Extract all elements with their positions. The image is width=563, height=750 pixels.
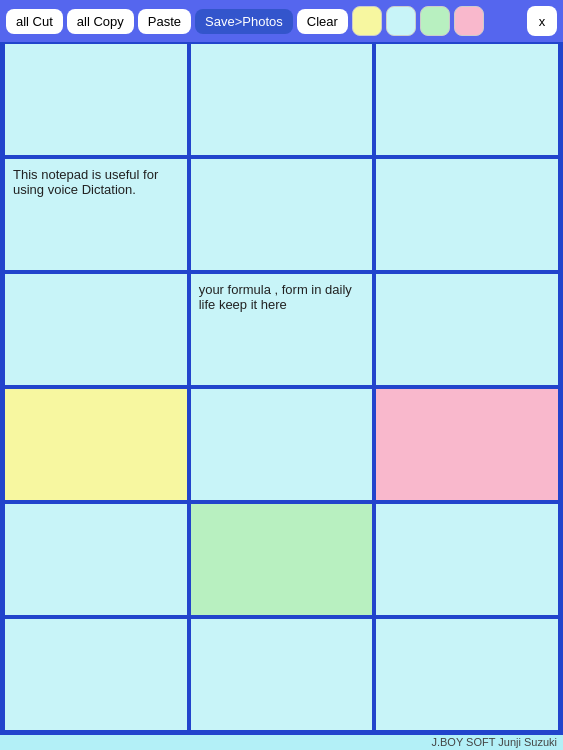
cell-r5c1[interactable] bbox=[189, 617, 375, 732]
note-grid: This notepad is useful for using voice D… bbox=[0, 42, 563, 735]
cell-r3c1[interactable] bbox=[189, 387, 375, 502]
cell-r2c2[interactable] bbox=[374, 272, 560, 387]
paste-button[interactable]: Paste bbox=[138, 9, 191, 34]
pink-swatch[interactable] bbox=[454, 6, 484, 36]
toolbar: all Cut all Copy Paste Save>Photos Clear… bbox=[0, 0, 563, 42]
cell-r1c1[interactable] bbox=[189, 157, 375, 272]
cell-r4c2[interactable] bbox=[374, 502, 560, 617]
cell-r0c0[interactable] bbox=[3, 42, 189, 157]
cell-r2c0[interactable] bbox=[3, 272, 189, 387]
all-copy-button[interactable]: all Copy bbox=[67, 9, 134, 34]
close-button[interactable]: x bbox=[527, 6, 557, 36]
cell-r4c1[interactable] bbox=[189, 502, 375, 617]
save-button[interactable]: Save>Photos bbox=[195, 9, 293, 34]
cell-r5c0[interactable] bbox=[3, 617, 189, 732]
clear-button[interactable]: Clear bbox=[297, 9, 348, 34]
cell-r0c2[interactable] bbox=[374, 42, 560, 157]
cell-r1c2[interactable] bbox=[374, 157, 560, 272]
green-swatch[interactable] bbox=[420, 6, 450, 36]
yellow-swatch[interactable] bbox=[352, 6, 382, 36]
cyan-swatch[interactable] bbox=[386, 6, 416, 36]
cell-r2c1[interactable]: your formula , form in daily life keep i… bbox=[189, 272, 375, 387]
all-cut-button[interactable]: all Cut bbox=[6, 9, 63, 34]
cell-r5c2[interactable] bbox=[374, 617, 560, 732]
cell-r3c2[interactable] bbox=[374, 387, 560, 502]
cell-r1c0[interactable]: This notepad is useful for using voice D… bbox=[3, 157, 189, 272]
cell-r0c1[interactable] bbox=[189, 42, 375, 157]
cell-r4c0[interactable] bbox=[3, 502, 189, 617]
footer-text: J.BOY SOFT Junji Suzuki bbox=[431, 736, 557, 748]
cell-r3c0[interactable] bbox=[3, 387, 189, 502]
